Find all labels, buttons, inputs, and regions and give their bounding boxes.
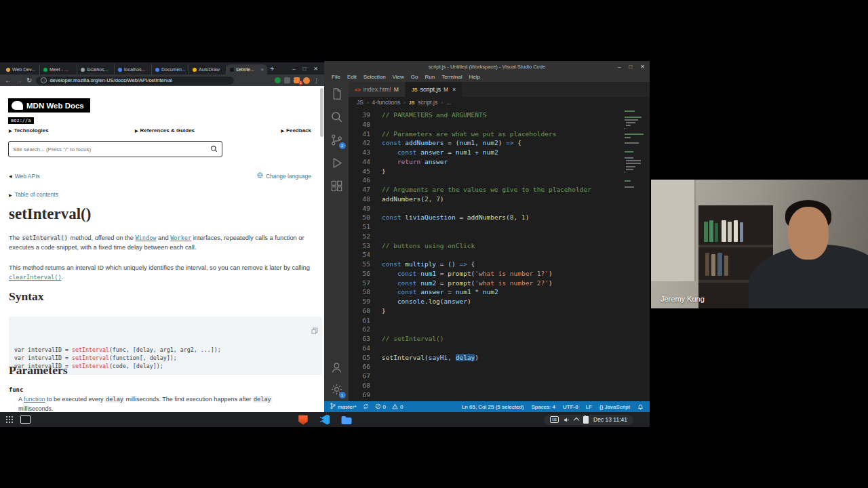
code-line[interactable]: 58 const answer = num1 * num2: [349, 287, 623, 297]
browser-menu-icon[interactable]: ⋮: [313, 77, 319, 84]
extension-icon-orange[interactable]: 1: [294, 77, 300, 83]
status-item[interactable]: UTF-8: [563, 404, 578, 410]
code-line[interactable]: 68: [349, 381, 623, 390]
tab-close-icon[interactable]: ×: [452, 86, 456, 93]
code-line[interactable]: 39// PARAMETERS and ARGUMENTS: [349, 110, 623, 120]
nav-references[interactable]: ▶References & Guides: [135, 127, 195, 134]
code-line[interactable]: 48addNumbers(2, 7): [349, 195, 623, 204]
system-tray[interactable]: us Dec 13 11:41: [544, 415, 633, 425]
profile-avatar[interactable]: [303, 77, 310, 84]
back-to-webapis-link[interactable]: ◀ Web APIs: [9, 172, 40, 180]
address-bar[interactable]: i developer.mozilla.org/en-US/docs/Web/A…: [36, 77, 234, 85]
search-icon[interactable]: [330, 110, 343, 123]
menu-help[interactable]: Help: [465, 74, 483, 80]
code-line[interactable]: 65setInterval(sayHi, delay): [349, 353, 623, 363]
breadcrumb-item[interactable]: 4-functions: [372, 99, 401, 106]
page-scrollbar[interactable]: [320, 88, 323, 137]
menu-selection[interactable]: Selection: [360, 74, 389, 80]
code-line[interactable]: 61: [349, 316, 623, 325]
code-line[interactable]: 57 const num2 = prompt('what is number 2…: [349, 279, 623, 288]
extension-icon-green[interactable]: [275, 77, 281, 83]
search-icon[interactable]: [210, 143, 218, 155]
run-debug-icon[interactable]: [330, 157, 343, 169]
code-line[interactable]: 56 const num1 = prompt('what is number 1…: [349, 269, 623, 279]
extension-icon-gray[interactable]: [284, 77, 290, 83]
status-error[interactable]: 0: [375, 403, 386, 411]
files-app-icon[interactable]: [342, 418, 352, 424]
settings-gear-icon[interactable]: 1: [330, 383, 343, 396]
editor-tab[interactable]: <>index.htmlM: [349, 82, 406, 97]
site-info-icon[interactable]: i: [41, 77, 47, 83]
close-icon[interactable]: ✕: [640, 64, 645, 70]
mdn-logo[interactable]: MDN Web Docs moz://a: [8, 98, 90, 125]
extensions-icon[interactable]: [330, 180, 343, 192]
status-item[interactable]: {} JavaScript: [599, 404, 630, 410]
editor-tab[interactable]: JSscript.jsM×: [406, 82, 462, 97]
code-line[interactable]: 43 const answer = num1 + num2: [349, 148, 623, 157]
terminal-icon[interactable]: [20, 415, 31, 424]
browser-tab[interactable]: Documen...: [152, 64, 189, 75]
nav-feedback[interactable]: ▶Feedback: [281, 127, 311, 134]
code-line[interactable]: 55const multiply = () => {: [349, 260, 623, 269]
status-item[interactable]: LF: [586, 404, 592, 410]
tab-close-icon[interactable]: ×: [260, 66, 264, 73]
vscode-app-icon[interactable]: [320, 415, 330, 425]
breadcrumb-item[interactable]: script.js: [418, 99, 437, 106]
webcam-video-tile[interactable]: Jeremy Kung: [651, 180, 868, 308]
code-line[interactable]: 54: [349, 250, 623, 260]
code-line[interactable]: 69: [349, 390, 623, 400]
browser-tab[interactable]: localhos...: [77, 64, 115, 75]
status-sync[interactable]: [363, 403, 369, 411]
code-line[interactable]: 40: [349, 120, 623, 129]
copy-icon[interactable]: [284, 319, 318, 345]
reload-icon[interactable]: ↻: [26, 77, 32, 84]
code-line[interactable]: 63// setInterval(): [349, 334, 623, 344]
code-line[interactable]: 45}: [349, 167, 623, 176]
new-tab-button[interactable]: +: [270, 64, 274, 73]
code-line[interactable]: 51: [349, 222, 623, 232]
minimize-icon[interactable]: –: [618, 64, 620, 70]
code-line[interactable]: 60}: [349, 306, 623, 316]
back-icon[interactable]: ←: [5, 77, 12, 84]
app-launcher-icon[interactable]: [6, 416, 13, 423]
code-line[interactable]: 50const liviaQuestion = addNumbers(8, 1): [349, 213, 623, 222]
restore-icon[interactable]: □: [629, 64, 632, 70]
browser-tab[interactable]: setInte...×: [226, 64, 267, 75]
nav-technologies[interactable]: ▶Technologies: [9, 127, 49, 134]
browser-tab[interactable]: localhos...: [115, 64, 152, 75]
browser-tab[interactable]: Web Dev...: [3, 64, 40, 75]
minimize-icon[interactable]: –: [292, 66, 295, 72]
minimap[interactable]: [625, 110, 645, 401]
code-line[interactable]: 46: [349, 176, 623, 185]
code-line[interactable]: 42const addNumbers = (num1, num2) => {: [349, 138, 623, 148]
breadcrumb-item[interactable]: JS: [357, 99, 363, 106]
change-language-link[interactable]: Change language: [257, 172, 311, 180]
menu-terminal[interactable]: Terminal: [438, 74, 465, 80]
notifications-bell-icon[interactable]: [637, 404, 644, 410]
status-branch[interactable]: master*: [330, 403, 357, 411]
text-link[interactable]: clearInterval(): [9, 274, 62, 281]
code-editor[interactable]: 39// PARAMETERS and ARGUMENTS4041// Para…: [349, 108, 623, 401]
menu-view[interactable]: View: [389, 74, 408, 80]
maximize-icon[interactable]: □: [302, 66, 306, 72]
code-line[interactable]: 59 console.log(answer): [349, 297, 623, 306]
text-link[interactable]: function: [24, 396, 45, 403]
status-warning[interactable]: 0: [392, 403, 403, 411]
menu-file[interactable]: File: [328, 74, 344, 80]
menu-run[interactable]: Run: [421, 74, 438, 80]
source-control-icon[interactable]: 2: [330, 134, 343, 146]
status-item[interactable]: Spaces: 4: [531, 404, 555, 410]
text-link[interactable]: Window: [135, 235, 156, 241]
explorer-icon[interactable]: [330, 87, 343, 100]
code-line[interactable]: 41// Parameters are what we put as place…: [349, 129, 623, 139]
breadcrumb-item[interactable]: ...: [446, 99, 451, 106]
code-line[interactable]: 62: [349, 325, 623, 334]
browser-tab[interactable]: AutoDraw: [189, 64, 226, 75]
code-line[interactable]: 64: [349, 344, 623, 353]
browser-tab[interactable]: Meet - ...: [40, 64, 77, 75]
code-line[interactable]: 44 return answer: [349, 157, 623, 167]
browser-app-icon[interactable]: [298, 415, 309, 425]
forward-icon[interactable]: →: [16, 77, 22, 84]
text-link[interactable]: Worker: [170, 235, 191, 241]
code-line[interactable]: 49: [349, 204, 623, 214]
